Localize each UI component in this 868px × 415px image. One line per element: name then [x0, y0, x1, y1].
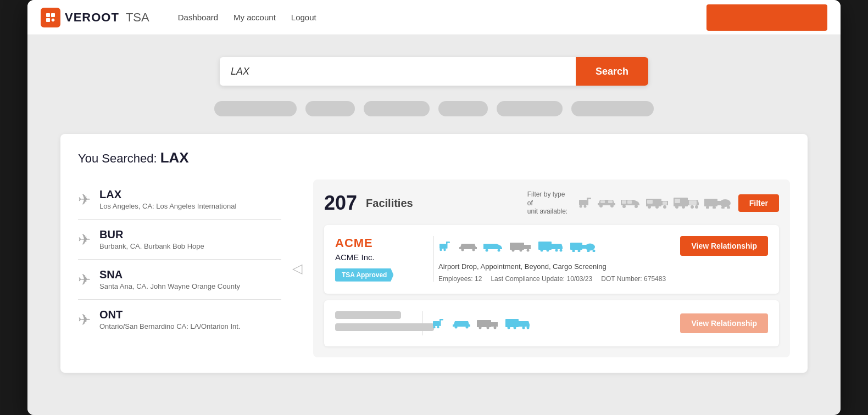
dot-label: DOT Number: [601, 275, 642, 283]
placeholder-left [335, 311, 423, 335]
search-input[interactable] [220, 57, 576, 86]
you-searched-prefix: You Searched: [78, 152, 160, 165]
airport-item-sna[interactable]: ✈ SNA Santa Ana, CA. John Wayne Orange C… [78, 260, 281, 300]
svg-rect-2 [46, 18, 50, 22]
filter-button[interactable]: Filter [738, 194, 779, 212]
filter-pills [60, 101, 808, 116]
browser-window: VEROOT TSA Dashboard My account Logout S… [27, 0, 841, 415]
airport-code-sna: SNA [99, 268, 240, 281]
filter-pill-1[interactable] [214, 101, 297, 116]
view-relationship-button[interactable]: View Relationship [680, 236, 768, 256]
placeholder-bar-1 [335, 311, 401, 319]
tsa-approved-badge: TSA Approved [335, 268, 393, 282]
facility-vehicle-car [458, 240, 478, 252]
facility-card-placeholder: View Relationship [324, 300, 779, 346]
filter-pill-5[interactable] [497, 101, 563, 116]
employees-value: 12 [475, 275, 482, 283]
compliance-info: Last Compliance Update: 10/03/23 [491, 275, 592, 283]
main-content: Search You Searched: LAX ✈ [27, 35, 841, 415]
filter-pill-3[interactable] [364, 101, 430, 116]
svg-point-70 [487, 326, 489, 329]
airport-code-ont: ONT [99, 309, 241, 321]
airplane-icon-ont: ✈ [78, 311, 91, 329]
svg-point-17 [648, 205, 651, 209]
placeholder-view-relationship-button[interactable]: View Relationship [680, 313, 768, 333]
placeholder-vehicle-4 [504, 317, 532, 329]
vehicle-filter-icons [578, 195, 732, 211]
nav-dashboard[interactable]: Dashboard [178, 13, 218, 22]
facility-info-right: View Relationship Airport Drop, Appointm… [434, 236, 768, 283]
svg-point-25 [691, 205, 694, 209]
svg-point-7 [583, 205, 586, 208]
org-name: TSA [126, 10, 149, 25]
svg-rect-20 [647, 200, 653, 204]
airport-item-ont[interactable]: ✈ ONT Ontario/San Bernardino CA: LA/Onta… [78, 300, 281, 339]
dot-value: 675483 [644, 275, 666, 283]
svg-rect-31 [717, 201, 725, 205]
filter-pill-2[interactable] [305, 101, 355, 116]
airport-item-lax[interactable]: ✈ LAX Los Angeles, CA: Los Angeles Inter… [78, 180, 281, 220]
nav-my-account[interactable]: My account [233, 13, 276, 22]
filter-by-text: Filter by type ofunit available: [527, 190, 571, 216]
airport-desc-lax: Los Angeles, CA: Los Angeles Internation… [99, 202, 236, 210]
svg-rect-63 [439, 319, 443, 321]
svg-rect-54 [570, 243, 582, 250]
compliance-value: 10/03/23 [567, 275, 593, 283]
svg-point-50 [541, 249, 543, 251]
search-section: Search [60, 57, 808, 86]
facilities-count: 207 [324, 192, 357, 215]
svg-rect-0 [46, 13, 50, 17]
placeholder-vehicle-2 [452, 317, 471, 329]
svg-point-43 [486, 249, 488, 251]
top-cta-button[interactable] [706, 4, 827, 31]
svg-rect-14 [622, 200, 626, 204]
search-button[interactable]: Search [576, 57, 648, 86]
vehicle-icon-van [620, 195, 642, 211]
svg-rect-21 [663, 201, 667, 205]
svg-point-65 [437, 326, 439, 328]
search-query: LAX [160, 149, 189, 166]
airplane-icon-bur: ✈ [78, 231, 91, 249]
svg-point-74 [514, 326, 516, 329]
svg-rect-1 [51, 13, 55, 17]
airport-info-sna: SNA Santa Ana, CA. John Wayne Orange Cou… [99, 268, 240, 290]
airport-desc-ont: Ontario/San Bernardino CA: LA/Ontarion I… [99, 322, 241, 330]
acme-logo: ACME [335, 236, 425, 250]
svg-point-8 [599, 204, 603, 208]
results-section: You Searched: LAX ✈ LAX Los Angeles, CA:… [60, 134, 808, 373]
svg-point-52 [555, 249, 558, 251]
airport-code-bur: BUR [99, 228, 204, 241]
nav-logout[interactable]: Logout [291, 13, 316, 22]
top-nav-bar: VEROOT TSA Dashboard My account Logout [27, 0, 841, 35]
svg-point-73 [508, 326, 510, 329]
airport-desc-bur: Burbank, CA. Burbank Bob Hope [99, 242, 204, 250]
facility-info-left: ACME ACME Inc. TSA Approved [335, 236, 434, 282]
svg-rect-49 [538, 242, 552, 250]
facility-meta: Employees: 12 Last Compliance Update: 10… [438, 275, 768, 283]
airport-item-bur[interactable]: ✈ BUR Burbank, CA. Burbank Bob Hope [78, 220, 281, 260]
svg-point-39 [439, 249, 442, 251]
airport-info-lax: LAX Los Angeles, CA: Los Angeles Interna… [99, 188, 236, 210]
placeholder-bar-2 [335, 323, 434, 331]
svg-point-57 [572, 249, 575, 252]
airport-info-ont: ONT Ontario/San Bernardino CA: LA/Ontari… [99, 309, 241, 330]
svg-point-41 [461, 248, 464, 251]
svg-point-66 [455, 326, 458, 328]
svg-point-26 [695, 205, 698, 209]
facility-vehicle-forklift [438, 240, 454, 252]
svg-rect-10 [600, 200, 605, 203]
vehicle-icon-semi-truck [672, 195, 700, 211]
airport-info-bur: BUR Burbank, CA. Burbank Bob Hope [99, 228, 204, 250]
svg-point-24 [682, 205, 685, 209]
svg-point-12 [622, 205, 626, 208]
svg-rect-15 [627, 200, 632, 204]
svg-point-13 [635, 205, 638, 208]
filter-pill-6[interactable] [571, 101, 654, 116]
vehicle-icon-car [597, 195, 616, 211]
svg-rect-45 [510, 243, 524, 250]
svg-point-6 [579, 205, 582, 208]
results-layout: ✈ LAX Los Angeles, CA: Los Angeles Inter… [78, 180, 790, 357]
facilities-panel: 207 Facilities Filter by type ofunit ava… [313, 180, 790, 357]
svg-rect-61 [433, 321, 439, 326]
filter-pill-4[interactable] [438, 101, 488, 116]
